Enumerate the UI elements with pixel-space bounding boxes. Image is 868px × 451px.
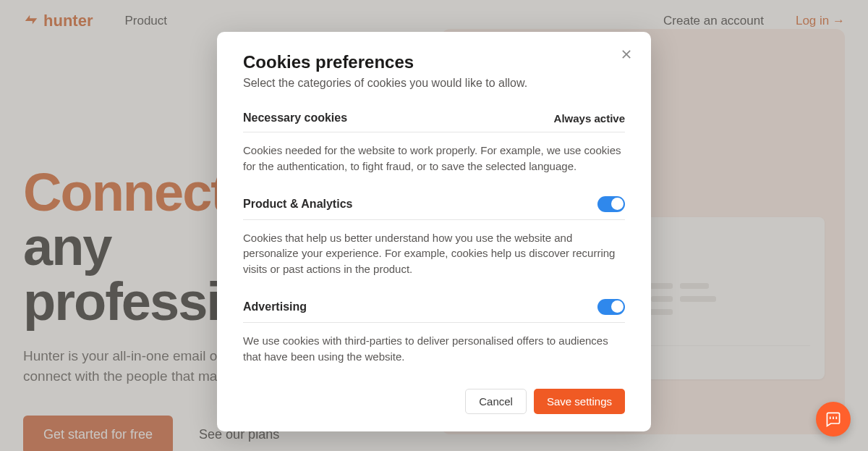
modal-subtitle: Select the categories of cookies you wou…	[243, 77, 625, 90]
necessary-title: Necessary cookies	[243, 111, 347, 125]
modal-overlay[interactable]: Cookies preferences Select the categorie…	[0, 0, 868, 451]
chat-icon	[825, 410, 842, 428]
advertising-toggle[interactable]	[597, 299, 625, 315]
advertising-desc: We use cookies with third-parties to del…	[243, 333, 625, 365]
cookies-modal: Cookies preferences Select the categorie…	[217, 32, 651, 431]
always-active-badge: Always active	[554, 112, 625, 125]
necessary-desc: Cookies needed for the website to work p…	[243, 143, 625, 174]
cancel-button[interactable]: Cancel	[465, 389, 527, 414]
analytics-desc: Cookies that help us better understand h…	[243, 230, 625, 277]
section-advertising: Advertising We use cookies with third-pa…	[243, 299, 625, 365]
modal-footer: Cancel Save settings	[243, 389, 625, 414]
section-necessary: Necessary cookies Always active Cookies …	[243, 111, 625, 174]
close-button[interactable]	[619, 48, 634, 62]
section-analytics: Product & Analytics Cookies that help us…	[243, 196, 625, 277]
advertising-title: Advertising	[243, 300, 307, 313]
close-icon	[622, 50, 631, 59]
intercom-launcher[interactable]	[816, 402, 851, 437]
save-settings-button[interactable]: Save settings	[534, 389, 625, 414]
analytics-title: Product & Analytics	[243, 198, 352, 211]
analytics-toggle[interactable]	[597, 196, 625, 212]
modal-title: Cookies preferences	[243, 52, 625, 72]
